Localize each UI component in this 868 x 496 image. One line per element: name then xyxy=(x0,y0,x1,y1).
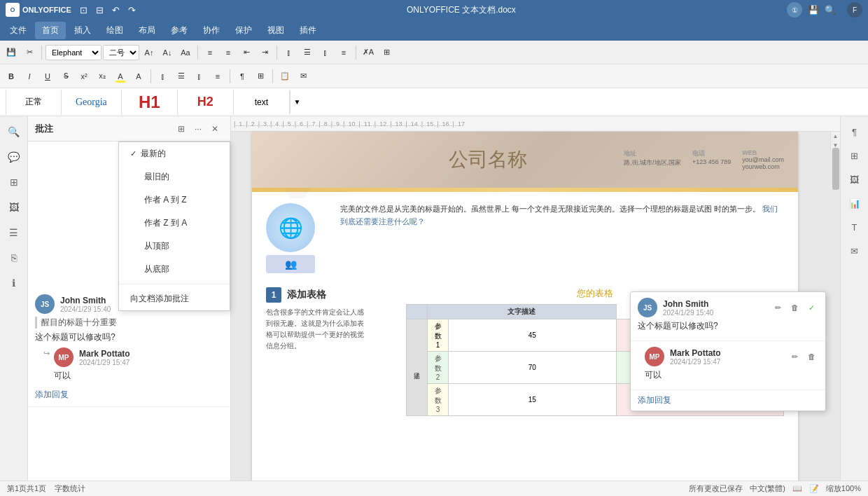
superscript-btn[interactable]: x² xyxy=(76,68,92,85)
menu-file[interactable]: 文件 xyxy=(3,22,34,39)
indent-decrease-btn[interactable]: ⇤ xyxy=(238,44,255,61)
menu-collab[interactable]: 协作 xyxy=(196,22,227,39)
font-size-select[interactable]: 二号 xyxy=(103,45,139,60)
v-scrollbar[interactable]: ▲ ▼ xyxy=(830,132,840,150)
rs-chart-btn[interactable]: 📊 xyxy=(845,193,864,213)
style-normal[interactable]: 正常 xyxy=(6,90,62,115)
float-resolve-btn[interactable]: ✓ xyxy=(804,301,818,315)
rs-table-btn[interactable]: ⊞ xyxy=(845,146,864,165)
menu-protect[interactable]: 保护 xyxy=(228,22,259,39)
float-reply-delete-btn[interactable]: 🗑 xyxy=(804,350,818,364)
tb-icon3[interactable]: ↶ xyxy=(112,5,120,15)
comments-add-btn[interactable]: ⊞ xyxy=(173,120,190,137)
sort-bottom[interactable]: 从底部 xyxy=(119,258,230,281)
subscript-btn[interactable]: x₂ xyxy=(94,68,111,85)
list-bullet-btn[interactable]: ≡ xyxy=(202,44,218,61)
sort-author-az[interactable]: 作者 A 到 Z xyxy=(119,188,230,212)
tb-icon2[interactable]: ⊟ xyxy=(96,5,104,15)
search-icon[interactable]: 🔍 xyxy=(825,5,836,15)
float-reply-edit-btn[interactable]: ✏ xyxy=(788,350,802,364)
align-l2[interactable]: ⫿ xyxy=(155,68,172,85)
insert2-btn[interactable]: ⊞ xyxy=(252,68,269,85)
zoom-level[interactable]: 缩放100% xyxy=(826,483,861,494)
rs-textbox-btn[interactable]: T xyxy=(845,217,864,237)
menu-home[interactable]: 首页 xyxy=(35,22,66,39)
indent-increase-btn[interactable]: ⇥ xyxy=(256,44,273,61)
table-sidebar-btn[interactable]: ⊞ xyxy=(4,172,24,192)
tb-icon4[interactable]: ↷ xyxy=(128,5,136,15)
menu-view[interactable]: 视图 xyxy=(260,22,291,39)
add-reply-btn[interactable]: 添加回复 xyxy=(35,389,223,401)
cut-btn[interactable]: ✂ xyxy=(21,44,38,61)
tb-icon1[interactable]: ⊡ xyxy=(80,5,88,15)
avatar-icon[interactable]: F xyxy=(847,2,862,18)
save-btn[interactable]: 💾 xyxy=(3,44,20,61)
para-mark-btn[interactable]: ¶ xyxy=(234,68,251,85)
mail-merge-btn[interactable]: ✉ xyxy=(295,68,312,85)
italic-btn[interactable]: I xyxy=(21,68,38,85)
float-add-reply-btn[interactable]: 添加回复 xyxy=(638,395,671,405)
strikethrough-btn[interactable]: S̶ xyxy=(57,68,74,85)
align-r2[interactable]: ⫿ xyxy=(191,68,208,85)
style-georgia[interactable]: Georgia xyxy=(62,90,122,115)
spell-check-icon[interactable]: 📖 xyxy=(792,484,802,493)
sort-top[interactable]: 从顶部 xyxy=(119,235,230,258)
clear-format-btn[interactable]: ✗A xyxy=(360,44,377,61)
rs-mail-btn[interactable]: ✉ xyxy=(845,241,864,261)
comments-more-btn[interactable]: ··· xyxy=(190,120,206,137)
paste-special-btn[interactable]: 📋 xyxy=(276,68,293,85)
style-h2[interactable]: H2 xyxy=(178,90,234,115)
align-justify-btn[interactable]: ≡ xyxy=(335,44,352,61)
comments-close-btn[interactable]: ✕ xyxy=(206,120,223,137)
sort-author-za[interactable]: 作者 Z 到 A xyxy=(119,212,230,235)
style-dropdown-btn[interactable]: ▼ xyxy=(290,91,304,113)
sort-oldest[interactable]: 最旧的 xyxy=(119,165,230,188)
align-j2[interactable]: ≡ xyxy=(209,68,226,85)
rs-para-btn[interactable]: ¶ xyxy=(845,122,864,142)
font-name-select[interactable]: Elephant xyxy=(46,45,102,60)
align-c2[interactable]: ☰ xyxy=(173,68,190,85)
rs-image-btn[interactable]: 🖼 xyxy=(845,170,864,189)
language-selector[interactable]: 中文(繁體) xyxy=(750,483,785,494)
list-sidebar-btn[interactable]: ☰ xyxy=(4,223,24,242)
word-count-btn[interactable]: 字数统计 xyxy=(55,483,85,494)
bold-btn[interactable]: B xyxy=(3,68,20,85)
nav-sidebar-btn[interactable]: ⎘ xyxy=(4,248,24,268)
float-edit-btn[interactable]: ✏ xyxy=(771,301,785,315)
underline-btn[interactable]: U xyxy=(39,68,56,85)
scroll-thumb[interactable] xyxy=(832,148,839,190)
menu-plugins[interactable]: 插件 xyxy=(293,22,323,39)
font-case-btn[interactable]: Aa xyxy=(177,44,194,61)
font-size-decrease[interactable]: A↓ xyxy=(159,44,176,61)
info-sidebar-btn[interactable]: ℹ xyxy=(4,273,24,293)
scroll-up-arrow[interactable]: ▲ xyxy=(833,132,839,139)
font-color-btn[interactable]: A xyxy=(130,68,147,85)
add-doc-comment[interactable]: 向文档添加批注 xyxy=(119,287,230,310)
style-text[interactable]: text xyxy=(234,90,290,115)
user-badge[interactable]: ① xyxy=(787,2,802,18)
list-number-btn[interactable]: ≡ xyxy=(220,44,237,61)
search-sidebar-btn[interactable]: 🔍 xyxy=(4,122,24,142)
highlight-btn[interactable]: A xyxy=(112,68,129,85)
menu-insert[interactable]: 插入 xyxy=(67,22,98,39)
menu-layout[interactable]: 布局 xyxy=(132,22,162,39)
image-sidebar-btn[interactable]: 🖼 xyxy=(4,198,24,217)
insert-btn[interactable]: ⊞ xyxy=(378,44,395,61)
reply-user-row: MP Mark Pottato 2024/1/29 15:47 xyxy=(54,347,130,367)
align-left-btn[interactable]: ⫿ xyxy=(281,44,298,61)
style-h1[interactable]: H1 xyxy=(122,90,178,115)
save-icon[interactable]: 💾 xyxy=(808,5,819,15)
style-h2-label: H2 xyxy=(197,95,214,109)
float-delete-btn[interactable]: 🗑 xyxy=(788,301,802,315)
align-center-btn[interactable]: ☰ xyxy=(299,44,316,61)
menu-ref[interactable]: 参考 xyxy=(164,22,195,39)
sort-newest[interactable]: ✓ 最新的 xyxy=(119,142,230,165)
menu-draw[interactable]: 绘图 xyxy=(99,22,130,39)
track-changes-icon[interactable]: 📝 xyxy=(809,484,819,493)
title-bar: O ONLYOFFICE ⊡ ⊟ ↶ ↷ ONLYOFFICE 文本文档.doc… xyxy=(0,0,868,20)
font-size-increase[interactable]: A↑ xyxy=(141,44,158,61)
comment-sidebar-btn[interactable]: 💬 xyxy=(4,147,24,167)
address-col: 地址 路,街,城市/地区,国家 xyxy=(624,149,681,170)
align-right-btn[interactable]: ⫿ xyxy=(317,44,334,61)
sep5 xyxy=(150,69,151,83)
